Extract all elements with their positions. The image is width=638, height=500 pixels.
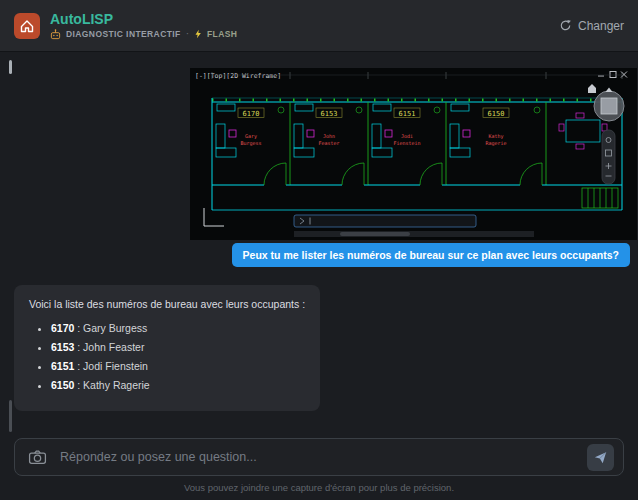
- cad-command-bar: [294, 215, 476, 227]
- reply-input[interactable]: [58, 449, 587, 465]
- occupant-list-item: 6150 : Kathy Ragerie: [51, 379, 305, 391]
- cad-occupant-name: Gary: [245, 133, 257, 140]
- cad-scrollbar: [294, 231, 534, 237]
- assistant-message-card: Voici la liste des numéros de bureau ave…: [14, 285, 320, 411]
- header-text: AutoLISP DIAGNOSTIC INTERACTIF · FLASH: [50, 12, 237, 40]
- cad-viewport-label: [-][Top][2D Wireframe]: [195, 72, 281, 80]
- cad-occupant-name: Kathy: [488, 133, 503, 140]
- home-button[interactable]: [14, 13, 40, 39]
- change-label: Changer: [578, 19, 624, 33]
- persona-name: DIAGNOSTIC INTERACTIF: [66, 29, 181, 39]
- assistant-intro-text: Voici la liste des numéros de bureau ave…: [29, 298, 305, 312]
- cad-room-number: 6150: [488, 110, 505, 118]
- cad-nav-toolbar: [602, 130, 615, 184]
- composer: [14, 438, 624, 476]
- cad-occupant-name: Ragerie: [485, 140, 506, 147]
- cad-screenshot-attachment[interactable]: [-][Top][2D Wireframe] 6170GaryBurge: [190, 68, 637, 240]
- cad-occupant-name: Fienstein: [393, 140, 420, 146]
- cad-occupant-name: John: [323, 133, 335, 139]
- composer-hint: Vous pouvez joindre une capture d'écran …: [0, 482, 638, 493]
- flash-icon: [194, 29, 202, 39]
- cad-occupant-name: Feaster: [318, 140, 339, 146]
- cad-room-number: 6170: [243, 110, 260, 118]
- model-name: FLASH: [207, 29, 237, 39]
- change-persona-button[interactable]: Changer: [559, 19, 624, 33]
- cad-room-number: 6153: [321, 110, 338, 118]
- cad-occupant-name: Burgess: [240, 140, 261, 147]
- refresh-icon: [559, 19, 572, 32]
- attach-screenshot-button[interactable]: [24, 444, 50, 470]
- occupant-list-item: 6151 : Jodi Fienstein: [51, 360, 305, 372]
- scroll-indicator-top: [9, 60, 12, 74]
- occupant-list-item: 6170 : Gary Burgess: [51, 322, 305, 334]
- send-icon: [593, 450, 608, 465]
- persona-row: DIAGNOSTIC INTERACTIF · FLASH: [50, 29, 237, 40]
- user-message-bubble: Peux tu me lister les numéros de bureau …: [232, 243, 630, 267]
- cad-occupant-name: Jodi: [401, 133, 413, 139]
- cad-room-number: 6151: [399, 110, 416, 118]
- camera-icon: [28, 449, 47, 465]
- persona-icon: [50, 29, 61, 40]
- send-button[interactable]: [587, 444, 614, 471]
- conversation-area: [-][Top][2D Wireframe] 6170GaryBurge: [0, 52, 638, 500]
- occupant-list: 6170 : Gary Burgess6153 : John Feaster61…: [29, 322, 305, 391]
- home-icon: [19, 18, 35, 34]
- header: AutoLISP DIAGNOSTIC INTERACTIF · FLASH C…: [0, 0, 638, 52]
- page-title: AutoLISP: [50, 12, 237, 26]
- occupant-list-item: 6153 : John Feaster: [51, 341, 305, 353]
- cad-background: [190, 68, 637, 240]
- user-message-text: Peux tu me lister les numéros de bureau …: [243, 249, 619, 261]
- separator-dot: ·: [186, 29, 189, 39]
- scroll-indicator-bottom: [9, 400, 12, 432]
